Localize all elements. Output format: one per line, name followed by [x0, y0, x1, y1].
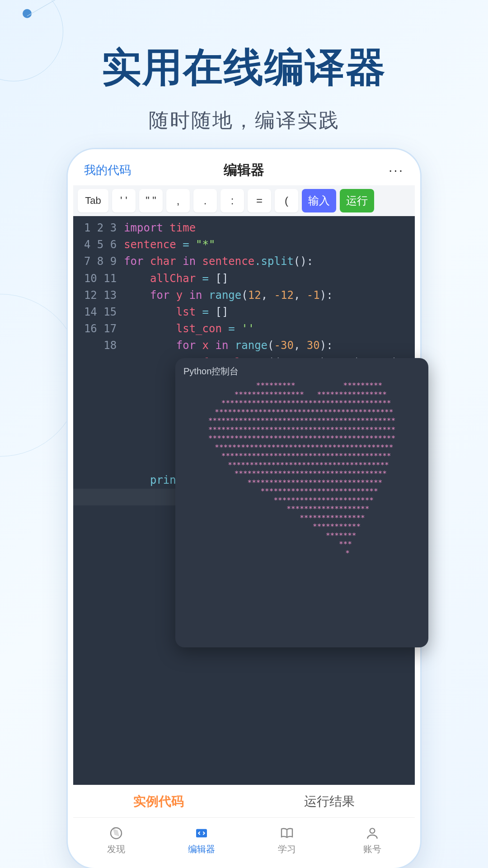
toolbar-key-symbol-1[interactable]: ' ': [112, 189, 136, 212]
book-icon: [279, 825, 295, 841]
toolbar-key-symbol-4[interactable]: .: [193, 189, 217, 212]
compass-icon: [108, 825, 124, 841]
my-code-link[interactable]: 我的代码: [84, 162, 131, 178]
user-icon: [364, 825, 380, 841]
tab-run-result[interactable]: 运行结果: [244, 785, 415, 817]
nav-item-book[interactable]: 学习: [244, 818, 329, 863]
app-header: 我的代码 编辑器 ···: [73, 155, 415, 185]
svg-rect-2: [196, 829, 207, 838]
console-popup: Python控制台 ********* ********* **********…: [175, 358, 428, 647]
nav-label: 编辑器: [188, 843, 215, 855]
svg-marker-1: [113, 830, 118, 835]
page-title: 编辑器: [224, 161, 264, 179]
bottom-nav: 发现编辑器学习账号: [73, 817, 415, 863]
console-output: ********* ********* **************** ***…: [183, 381, 420, 557]
more-menu-button[interactable]: ···: [389, 162, 404, 178]
nav-item-user[interactable]: 账号: [329, 818, 415, 863]
nav-item-code[interactable]: 编辑器: [159, 818, 244, 863]
result-tabs: 实例代码 运行结果: [73, 785, 415, 817]
editor-toolbar: Tab' '" ",.:=(输入运行: [73, 185, 415, 216]
nav-label: 发现: [107, 843, 125, 855]
input-button[interactable]: 输入: [302, 189, 336, 212]
toolbar-key-tab[interactable]: Tab: [78, 189, 108, 212]
toolbar-key-symbol-7[interactable]: (: [275, 189, 298, 212]
run-button[interactable]: 运行: [340, 189, 374, 212]
hero-title: 实用在线编译器: [0, 41, 488, 94]
toolbar-key-symbol-6[interactable]: =: [248, 189, 271, 212]
toolbar-key-symbol-5[interactable]: :: [221, 189, 244, 212]
hero-subtitle: 随时随地，编译实践: [0, 107, 488, 134]
toolbar-key-symbol-2[interactable]: " ": [139, 189, 163, 212]
console-title: Python控制台: [183, 365, 420, 377]
code-icon: [193, 825, 210, 841]
toolbar-key-symbol-3[interactable]: ,: [166, 189, 190, 212]
tab-example-code[interactable]: 实例代码: [73, 785, 244, 817]
nav-label: 账号: [363, 843, 381, 855]
svg-point-4: [370, 828, 375, 833]
nav-label: 学习: [278, 843, 296, 855]
nav-item-compass[interactable]: 发现: [73, 818, 159, 863]
